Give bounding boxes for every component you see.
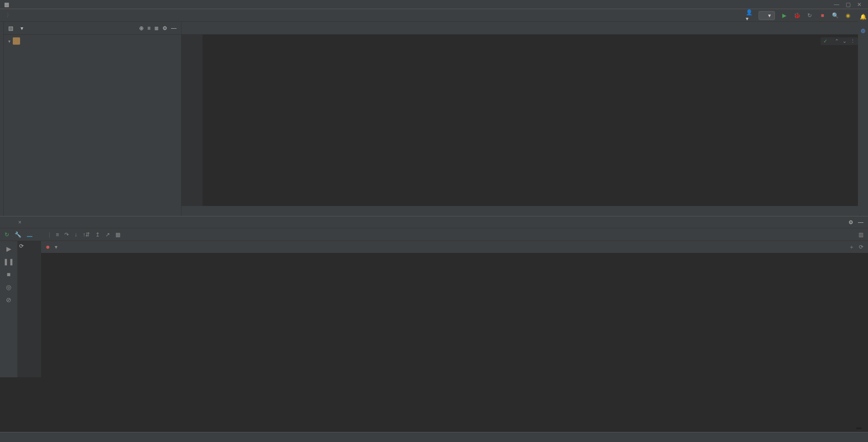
hide-icon[interactable]: — <box>171 25 177 31</box>
select-opened-file-icon[interactable]: ⊕ <box>139 25 144 31</box>
chevron-down-icon[interactable]: ⌄ <box>842 38 847 44</box>
run-button[interactable]: ▶ <box>780 12 788 19</box>
view-breakpoints-icon[interactable]: ◎ <box>5 283 13 291</box>
close-button[interactable]: ✕ <box>857 1 862 8</box>
modify-run-icon[interactable]: 🔧 <box>15 231 21 238</box>
restore-layout-icon[interactable]: ⟳ <box>19 243 24 249</box>
hide-icon[interactable]: — <box>858 219 863 226</box>
menu-bar: ▦ — ▢ ✕ <box>0 0 868 9</box>
chevron-down-icon[interactable]: ▾ <box>55 244 57 250</box>
variables-tree[interactable] <box>41 253 868 377</box>
step-into-icon[interactable]: ↷ <box>64 231 69 238</box>
debug-side-toolbar: ▶ ❚❚ ■ ◎ ⊘ <box>0 241 17 377</box>
remove-watch-icon[interactable]: ⟳ <box>859 244 863 250</box>
collapse-all-icon[interactable]: ≣ <box>154 25 159 31</box>
project-tree[interactable]: ▾ <box>4 35 181 216</box>
user-icon[interactable]: 👤▾ <box>746 12 753 19</box>
close-tab-icon[interactable]: × <box>18 219 21 226</box>
calculator-icon[interactable]: ▦ <box>115 231 120 238</box>
gear-icon[interactable]: ⚙ <box>848 219 853 226</box>
left-gutter-project-tab[interactable] <box>0 22 4 216</box>
run-to-cursor-icon[interactable]: ↥ <box>95 231 100 238</box>
debug-button[interactable]: 🐞 <box>793 12 800 19</box>
variables-panel: ● ▾ ＋ ⟳ <box>41 241 868 377</box>
check-icon: ✓ <box>823 38 827 44</box>
ide-update-icon[interactable]: ◉ <box>844 12 852 19</box>
rerun-icon[interactable]: ↻ <box>5 231 9 238</box>
project-tool-window: ▤ ▾ ⊕ ≡ ≣ ⚙ — ▾ <box>4 22 182 216</box>
stop-icon[interactable]: ■ <box>5 270 13 278</box>
add-watch-icon[interactable]: ＋ <box>849 243 854 251</box>
search-button[interactable]: 🔍 <box>832 12 839 19</box>
line-gutter[interactable] <box>182 35 203 206</box>
editor-pane: ✓ ⌃ ⌄ ⋮ <box>182 22 860 216</box>
mute-breakpoints-icon[interactable]: ⊘ <box>5 296 13 304</box>
chevron-down-icon[interactable]: ▾ <box>21 25 23 31</box>
debug-tabs-bar: ↻ 🔧 | ≡ ↷ ↓ ↑⇵ ↥ ↗ ▦ ▥ <box>0 228 868 241</box>
chevron-right-icon: 〉 <box>6 11 12 19</box>
tab-console[interactable] <box>38 233 43 236</box>
inspection-widget[interactable]: ✓ ⌃ ⌄ ⋮ <box>821 37 858 45</box>
editor-tabs <box>182 22 860 35</box>
code-area[interactable] <box>203 35 860 206</box>
status-bar <box>0 432 868 442</box>
breakpoint-icon[interactable]: ● <box>46 243 50 251</box>
tab-debugger[interactable] <box>27 232 32 237</box>
chevron-down-icon: ▾ <box>768 12 771 19</box>
step-over-icon[interactable]: ≡ <box>56 231 59 238</box>
step-out-icon[interactable]: ↑⇵ <box>83 231 90 238</box>
notifications-icon[interactable]: 🔔 <box>860 14 867 20</box>
frames-panel[interactable]: ⟳ <box>17 241 41 377</box>
resume-icon[interactable]: ▶ <box>5 245 13 253</box>
chevron-up-icon[interactable]: ⌃ <box>835 38 839 44</box>
more-icon[interactable]: ⋮ <box>850 38 855 44</box>
stop-button[interactable]: ■ <box>819 12 826 19</box>
evaluate-icon[interactable]: ↗ <box>105 231 110 238</box>
settings-icon[interactable]: ⚙ <box>162 25 167 31</box>
project-root[interactable]: ▾ <box>4 36 181 46</box>
run-config-combo[interactable]: ▾ <box>759 11 775 20</box>
project-combo-icon: ▤ <box>8 25 13 31</box>
step-into-my-icon[interactable]: ↓ <box>74 231 77 238</box>
wechat-icon[interactable]: ◍ <box>861 27 865 34</box>
layout-icon[interactable]: ▥ <box>858 231 863 238</box>
minimize-button[interactable]: — <box>834 1 839 8</box>
pause-icon[interactable]: ❚❚ <box>5 257 13 266</box>
right-toolbar: 🔔 ◍ <box>858 9 868 214</box>
expand-all-icon[interactable]: ≡ <box>147 25 151 31</box>
watermark <box>856 427 862 429</box>
maximize-button[interactable]: ▢ <box>846 1 851 8</box>
folder-icon <box>13 37 20 45</box>
navigation-bar: 〉 👤▾ ▾ ▶ 🐞 ↻ ■ 🔍 ◉ ▸ <box>0 9 868 22</box>
run-coverage-button[interactable]: ↻ <box>806 12 813 19</box>
app-icon: ▦ <box>3 1 10 8</box>
debug-toolwindow-header: × ⚙ — <box>0 216 868 228</box>
